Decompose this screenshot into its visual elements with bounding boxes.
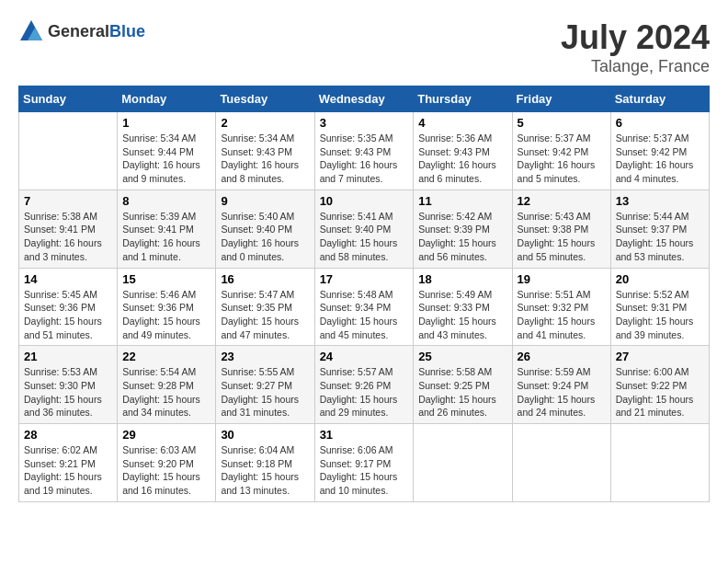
day-info: Sunrise: 5:35 AMSunset: 9:43 PMDaylight:…	[320, 132, 409, 186]
calendar-cell: 5Sunrise: 5:37 AMSunset: 9:42 PMDaylight…	[512, 112, 610, 190]
day-info: Sunrise: 5:43 AMSunset: 9:38 PMDaylight:…	[518, 210, 606, 264]
calendar-cell	[414, 424, 512, 502]
day-number: 25	[418, 350, 506, 363]
day-info: Sunrise: 5:40 AMSunset: 9:40 PMDaylight:…	[221, 210, 309, 264]
day-number: 30	[221, 428, 309, 442]
calendar-cell: 17Sunrise: 5:48 AMSunset: 9:34 PMDayligh…	[314, 268, 414, 346]
calendar-cell	[610, 424, 709, 502]
day-number: 27	[616, 350, 704, 363]
calendar-cell: 8Sunrise: 5:39 AMSunset: 9:41 PMDaylight…	[118, 190, 216, 268]
day-info: Sunrise: 5:42 AMSunset: 9:39 PMDaylight:…	[418, 210, 506, 264]
calendar-cell: 31Sunrise: 6:06 AMSunset: 9:17 PMDayligh…	[314, 424, 414, 502]
calendar-cell: 11Sunrise: 5:42 AMSunset: 9:39 PMDayligh…	[414, 190, 512, 268]
calendar-cell: 19Sunrise: 5:51 AMSunset: 9:32 PMDayligh…	[512, 268, 610, 346]
logo-icon	[18, 18, 44, 44]
calendar-cell: 9Sunrise: 5:40 AMSunset: 9:40 PMDaylight…	[216, 190, 314, 268]
calendar-cell: 1Sunrise: 5:34 AMSunset: 9:44 PMDaylight…	[118, 112, 216, 190]
calendar-cell: 18Sunrise: 5:49 AMSunset: 9:33 PMDayligh…	[414, 268, 512, 346]
calendar-cell: 24Sunrise: 5:57 AMSunset: 9:26 PMDayligh…	[314, 346, 414, 424]
day-info: Sunrise: 5:58 AMSunset: 9:25 PMDaylight:…	[418, 365, 506, 419]
calendar-cell: 26Sunrise: 5:59 AMSunset: 9:24 PMDayligh…	[512, 346, 610, 424]
day-number: 13	[616, 194, 704, 208]
calendar-cell: 25Sunrise: 5:58 AMSunset: 9:25 PMDayligh…	[414, 346, 512, 424]
day-number: 22	[122, 350, 210, 363]
calendar-cell: 30Sunrise: 6:04 AMSunset: 9:18 PMDayligh…	[216, 424, 314, 502]
day-info: Sunrise: 5:37 AMSunset: 9:42 PMDaylight:…	[616, 132, 704, 186]
calendar-week-row: 21Sunrise: 5:53 AMSunset: 9:30 PMDayligh…	[19, 346, 710, 424]
calendar-cell: 28Sunrise: 6:02 AMSunset: 9:21 PMDayligh…	[19, 424, 118, 502]
calendar-cell: 4Sunrise: 5:36 AMSunset: 9:43 PMDaylight…	[414, 112, 512, 190]
calendar-cell: 20Sunrise: 5:52 AMSunset: 9:31 PMDayligh…	[610, 268, 709, 346]
weekday-header-thursday: Thursday	[414, 86, 512, 112]
calendar-cell: 2Sunrise: 5:34 AMSunset: 9:43 PMDaylight…	[216, 112, 314, 190]
calendar-cell	[512, 424, 610, 502]
day-number: 26	[518, 350, 606, 363]
calendar-table: SundayMondayTuesdayWednesdayThursdayFrid…	[18, 86, 710, 502]
calendar-cell: 15Sunrise: 5:46 AMSunset: 9:36 PMDayligh…	[118, 268, 216, 346]
day-info: Sunrise: 6:04 AMSunset: 9:18 PMDaylight:…	[221, 443, 309, 498]
calendar-header: SundayMondayTuesdayWednesdayThursdayFrid…	[19, 86, 710, 112]
day-info: Sunrise: 5:44 AMSunset: 9:37 PMDaylight:…	[616, 210, 704, 264]
day-number: 1	[122, 116, 210, 130]
day-info: Sunrise: 5:45 AMSunset: 9:36 PMDaylight:…	[24, 288, 112, 342]
day-info: Sunrise: 5:39 AMSunset: 9:41 PMDaylight:…	[122, 210, 210, 264]
calendar-cell: 13Sunrise: 5:44 AMSunset: 9:37 PMDayligh…	[610, 190, 709, 268]
calendar-week-row: 7Sunrise: 5:38 AMSunset: 9:41 PMDaylight…	[19, 190, 710, 268]
day-number: 12	[518, 194, 606, 208]
day-info: Sunrise: 6:03 AMSunset: 9:20 PMDaylight:…	[122, 443, 210, 498]
day-info: Sunrise: 5:38 AMSunset: 9:41 PMDaylight:…	[24, 210, 112, 264]
calendar-cell: 3Sunrise: 5:35 AMSunset: 9:43 PMDaylight…	[314, 112, 414, 190]
logo-general: General	[48, 22, 109, 40]
day-number: 28	[24, 428, 112, 442]
calendar-cell: 27Sunrise: 6:00 AMSunset: 9:22 PMDayligh…	[610, 346, 709, 424]
page-header: GeneralBlue July 2024 Talange, France	[18, 18, 710, 76]
day-info: Sunrise: 5:59 AMSunset: 9:24 PMDaylight:…	[518, 365, 606, 419]
day-info: Sunrise: 5:34 AMSunset: 9:44 PMDaylight:…	[122, 132, 210, 186]
day-info: Sunrise: 6:06 AMSunset: 9:17 PMDaylight:…	[320, 443, 409, 498]
weekday-header-tuesday: Tuesday	[216, 86, 314, 112]
day-number: 31	[320, 428, 409, 442]
calendar-cell: 23Sunrise: 5:55 AMSunset: 9:27 PMDayligh…	[216, 346, 314, 424]
day-number: 5	[518, 116, 606, 130]
day-info: Sunrise: 5:52 AMSunset: 9:31 PMDaylight:…	[616, 288, 704, 342]
day-info: Sunrise: 5:48 AMSunset: 9:34 PMDaylight:…	[320, 288, 409, 342]
day-number: 17	[320, 272, 409, 286]
calendar-week-row: 14Sunrise: 5:45 AMSunset: 9:36 PMDayligh…	[19, 268, 710, 346]
weekday-header-sunday: Sunday	[19, 86, 118, 112]
logo: GeneralBlue	[18, 18, 145, 44]
calendar-week-row: 1Sunrise: 5:34 AMSunset: 9:44 PMDaylight…	[19, 112, 710, 190]
day-number: 3	[320, 116, 409, 130]
day-info: Sunrise: 5:55 AMSunset: 9:27 PMDaylight:…	[221, 365, 309, 419]
location-title: Talange, France	[561, 57, 710, 76]
day-number: 14	[24, 272, 112, 286]
day-number: 4	[418, 116, 506, 130]
day-info: Sunrise: 5:36 AMSunset: 9:43 PMDaylight:…	[418, 132, 506, 186]
weekday-header-friday: Friday	[512, 86, 610, 112]
weekday-row: SundayMondayTuesdayWednesdayThursdayFrid…	[19, 86, 710, 112]
day-number: 9	[221, 194, 309, 208]
month-title: July 2024	[561, 18, 710, 57]
day-info: Sunrise: 5:34 AMSunset: 9:43 PMDaylight:…	[221, 132, 309, 186]
day-info: Sunrise: 5:46 AMSunset: 9:36 PMDaylight:…	[122, 288, 210, 342]
day-info: Sunrise: 5:53 AMSunset: 9:30 PMDaylight:…	[24, 365, 112, 419]
weekday-header-monday: Monday	[118, 86, 216, 112]
day-number: 29	[122, 428, 210, 442]
calendar-cell: 10Sunrise: 5:41 AMSunset: 9:40 PMDayligh…	[314, 190, 414, 268]
day-info: Sunrise: 5:57 AMSunset: 9:26 PMDaylight:…	[320, 365, 409, 419]
day-number: 6	[616, 116, 704, 130]
day-number: 23	[221, 350, 309, 363]
day-number: 15	[122, 272, 210, 286]
day-info: Sunrise: 5:51 AMSunset: 9:32 PMDaylight:…	[518, 288, 606, 342]
day-number: 20	[616, 272, 704, 286]
calendar-body: 1Sunrise: 5:34 AMSunset: 9:44 PMDaylight…	[19, 112, 710, 502]
title-block: July 2024 Talange, France	[561, 18, 710, 76]
day-number: 19	[518, 272, 606, 286]
day-number: 10	[320, 194, 409, 208]
day-number: 11	[418, 194, 506, 208]
weekday-header-saturday: Saturday	[610, 86, 709, 112]
day-info: Sunrise: 6:02 AMSunset: 9:21 PMDaylight:…	[24, 443, 112, 498]
day-info: Sunrise: 5:49 AMSunset: 9:33 PMDaylight:…	[418, 288, 506, 342]
day-number: 24	[320, 350, 409, 363]
day-number: 8	[122, 194, 210, 208]
day-number: 21	[24, 350, 112, 363]
